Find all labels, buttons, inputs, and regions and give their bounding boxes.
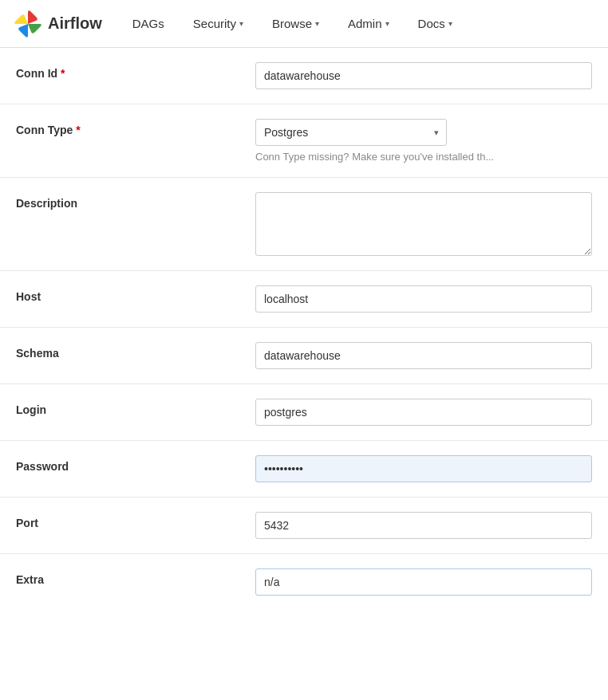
login-label: Login xyxy=(16,399,255,416)
extra-row: Extra xyxy=(0,554,608,610)
extra-label: Extra xyxy=(16,568,255,586)
password-field xyxy=(255,455,592,482)
description-field xyxy=(255,192,592,256)
docs-dropdown-caret: ▾ xyxy=(448,19,452,28)
login-input[interactable] xyxy=(255,399,592,426)
conn-id-field xyxy=(255,62,592,89)
port-label: Port xyxy=(16,512,255,529)
password-label: Password xyxy=(16,455,255,473)
browse-dropdown-caret: ▾ xyxy=(315,19,319,28)
extra-input[interactable] xyxy=(255,568,592,596)
host-field xyxy=(255,285,592,313)
description-label: Description xyxy=(16,192,255,210)
description-row: Description xyxy=(0,178,608,271)
brand-name: Airflow xyxy=(48,14,102,33)
schema-field xyxy=(255,342,592,369)
conn-id-input[interactable] xyxy=(255,62,592,89)
description-input[interactable] xyxy=(255,192,592,256)
conn-type-label: Conn Type * xyxy=(16,119,255,136)
nav-item-security[interactable]: Security ▾ xyxy=(182,0,255,48)
schema-label: Schema xyxy=(16,342,255,360)
port-row: Port xyxy=(0,497,608,554)
conn-type-required: * xyxy=(76,124,80,136)
schema-input[interactable] xyxy=(255,342,592,369)
nav-item-dags[interactable]: DAGs xyxy=(121,0,176,48)
nav-item-docs[interactable]: Docs ▾ xyxy=(407,0,464,48)
login-field xyxy=(255,399,592,426)
conn-type-select-wrapper: Postgres MySQL SQLite HTTP S3 HDFS ▾ xyxy=(255,119,447,146)
conn-type-field: Postgres MySQL SQLite HTTP S3 HDFS ▾ Con… xyxy=(255,119,592,163)
password-row: Password xyxy=(0,441,608,497)
password-input[interactable] xyxy=(255,455,592,482)
security-dropdown-caret: ▾ xyxy=(239,19,243,28)
conn-type-row: Conn Type * Postgres MySQL SQLite HTTP S… xyxy=(0,104,608,178)
schema-row: Schema xyxy=(0,328,608,384)
brand-logo[interactable]: Airflow xyxy=(13,9,102,39)
port-field xyxy=(255,512,592,539)
navbar: Airflow DAGs Security ▾ Browse ▾ Admin ▾… xyxy=(0,0,608,48)
host-row: Host xyxy=(0,271,608,328)
host-input[interactable] xyxy=(255,285,592,313)
admin-dropdown-caret: ▾ xyxy=(385,19,389,28)
connection-form: Conn Id * Conn Type * Postgres MySQL SQL… xyxy=(0,48,608,610)
nav-item-admin[interactable]: Admin ▾ xyxy=(337,0,401,48)
conn-id-row: Conn Id * xyxy=(0,48,608,104)
airflow-logo-icon xyxy=(13,9,43,39)
conn-type-select[interactable]: Postgres MySQL SQLite HTTP S3 HDFS xyxy=(255,119,447,146)
conn-type-help-text: Conn Type missing? Make sure you've inst… xyxy=(255,151,592,163)
login-row: Login xyxy=(0,384,608,441)
conn-id-required: * xyxy=(61,67,65,80)
extra-field xyxy=(255,568,592,596)
nav-item-browse[interactable]: Browse ▾ xyxy=(261,0,330,48)
port-input[interactable] xyxy=(255,512,592,539)
host-label: Host xyxy=(16,285,255,303)
conn-id-label: Conn Id * xyxy=(16,62,255,80)
